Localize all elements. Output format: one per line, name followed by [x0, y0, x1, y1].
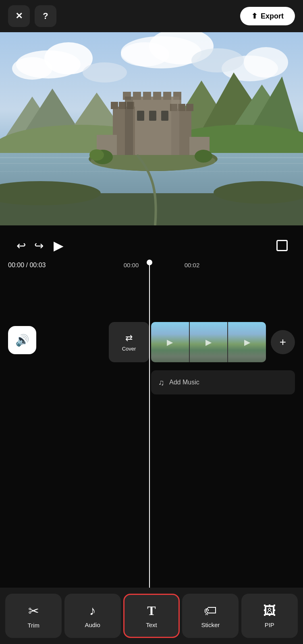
top-bar: ✕ ? ⬆ Export: [0, 0, 303, 32]
tool-pip[interactable]: 🖼 PIP: [241, 594, 298, 638]
bottom-toolbar: ✂ Trim ♪ Audio T Text 🏷 Sticker 🖼 PIP: [0, 588, 303, 644]
fullscreen-button[interactable]: [273, 237, 291, 254]
cover-thumbnail[interactable]: ⇄ Cover: [109, 322, 149, 362]
cover-label: Cover: [122, 346, 136, 352]
svg-point-3: [12, 57, 52, 80]
pip-icon: 🖼: [263, 603, 276, 618]
music-note-icon: ♫: [158, 378, 164, 387]
top-bar-left: ✕ ?: [8, 5, 56, 27]
svg-rect-46: [149, 111, 156, 121]
add-music-row[interactable]: ♫ Add Music: [151, 370, 295, 394]
volume-icon: 🔊: [15, 334, 29, 347]
tool-audio-label: Audio: [85, 621, 100, 628]
svg-point-10: [191, 48, 244, 72]
svg-rect-23: [0, 171, 303, 172]
clip-thumb-3[interactable]: ▶: [228, 322, 266, 362]
sticker-icon: 🏷: [204, 603, 217, 618]
video-frame: [0, 32, 303, 225]
playhead-handle[interactable]: [147, 260, 152, 265]
clip-thumb-1[interactable]: ▶: [151, 322, 189, 362]
add-clip-button[interactable]: +: [271, 330, 295, 354]
timeline-area: [0, 225, 303, 588]
timestamp-mark1: 00:00: [124, 262, 139, 268]
export-button[interactable]: ⬆ Export: [240, 7, 295, 25]
tool-pip-label: PIP: [265, 621, 274, 628]
undo-button[interactable]: ↩: [12, 237, 30, 254]
playback-controls: ↩ ↪ ▶: [0, 229, 303, 262]
svg-rect-30: [153, 92, 161, 100]
tool-sticker[interactable]: 🏷 Sticker: [182, 594, 239, 638]
clip-play-icon-3: ▶: [244, 337, 250, 347]
volume-button[interactable]: 🔊: [8, 326, 36, 354]
svg-rect-40: [186, 104, 193, 111]
svg-rect-29: [143, 92, 151, 100]
tool-sticker-label: Sticker: [201, 621, 220, 628]
clip-thumb-2[interactable]: ▶: [190, 322, 228, 362]
playhead[interactable]: [149, 260, 150, 588]
export-label: Export: [261, 12, 284, 21]
audio-icon: ♪: [89, 603, 96, 618]
svg-rect-43: [125, 97, 133, 155]
svg-rect-44: [171, 97, 179, 155]
tool-trim-label: Trim: [27, 622, 39, 629]
help-button[interactable]: ?: [35, 5, 56, 27]
svg-rect-31: [163, 92, 171, 100]
tool-text[interactable]: T Text: [123, 594, 180, 638]
play-button[interactable]: ▶: [48, 235, 69, 256]
svg-rect-28: [133, 92, 141, 100]
export-icon: ⬆: [251, 12, 257, 21]
fullscreen-icon: [276, 240, 288, 251]
svg-rect-34: [111, 102, 118, 109]
redo-button[interactable]: ↪: [30, 237, 48, 254]
clips-strip[interactable]: ▶ ▶ ▶: [151, 322, 266, 362]
video-preview: [0, 32, 303, 225]
add-music-label: Add Music: [169, 379, 199, 386]
cover-swap-icon: ⇄: [125, 333, 133, 343]
close-button[interactable]: ✕: [8, 5, 30, 27]
text-icon: T: [147, 603, 156, 618]
tool-trim[interactable]: ✂ Trim: [5, 594, 62, 638]
svg-rect-47: [161, 111, 168, 121]
clip-play-icon-2: ▶: [205, 337, 212, 347]
svg-point-6: [121, 42, 169, 66]
svg-point-50: [89, 149, 104, 161]
svg-rect-45: [137, 111, 144, 121]
scissors-icon: ✂: [28, 603, 39, 619]
svg-point-8: [244, 47, 288, 78]
svg-point-9: [83, 62, 127, 83]
tool-text-label: Text: [146, 621, 157, 628]
svg-point-49: [195, 150, 212, 163]
clip-play-icon-1: ▶: [167, 337, 173, 347]
timestamp-mark2: 00:02: [185, 262, 200, 268]
tool-audio[interactable]: ♪ Audio: [64, 594, 121, 638]
